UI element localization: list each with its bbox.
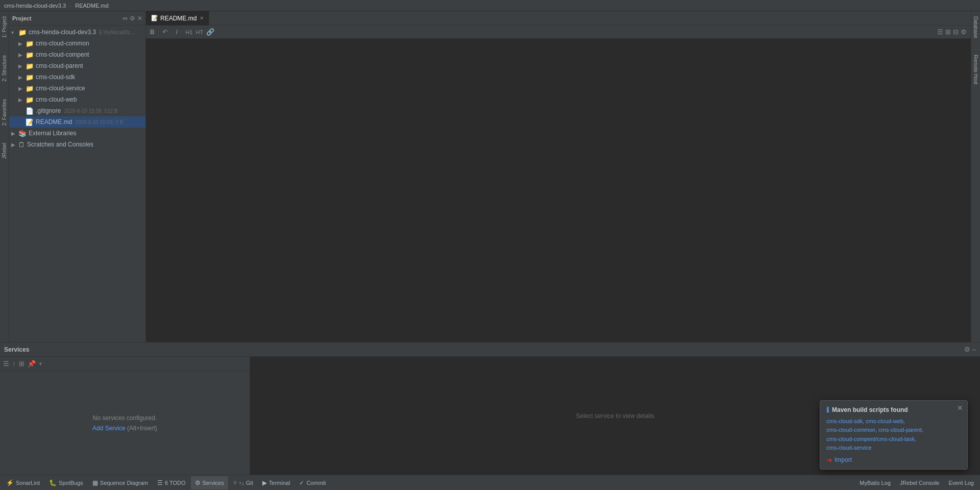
- status-git[interactable]: ⑂ ↑↓ Git: [229, 476, 257, 489]
- maven-link-sdk[interactable]: cms-cloud-sdk: [826, 418, 863, 424]
- maven-popup-close[interactable]: ✕: [957, 404, 963, 412]
- status-todo[interactable]: ☰ 6 TODO: [153, 476, 190, 489]
- maven-link-service[interactable]: cms-cloud-service: [826, 445, 872, 451]
- arrow-icon: ▶: [18, 41, 26, 46]
- right-strip: Database Remote Host: [971, 11, 980, 342]
- toolbar-arrow-icon[interactable]: ↶: [162, 28, 168, 36]
- tree-item-cms-cloud-web[interactable]: ▶ 📁 cms-cloud-web: [9, 94, 145, 105]
- root-path: E:\hyl\local2\c...: [99, 30, 135, 35]
- tree-item-cms-cloud-parent[interactable]: ▶ 📁 cms-cloud-parent: [9, 60, 145, 71]
- favorites-strip-tab[interactable]: 2: Favorites: [1, 96, 8, 129]
- status-sonarlint[interactable]: ⚡ SonarLint: [2, 476, 44, 489]
- services-title: Services: [4, 346, 964, 353]
- item-label: cms-cloud-web: [36, 96, 77, 103]
- tab-close-icon[interactable]: ✕: [200, 15, 204, 21]
- toolbar-bold-icon[interactable]: B: [150, 29, 155, 36]
- maven-popup-header: ℹ Maven build scripts found: [826, 406, 961, 414]
- spotbugs-icon: 🐛: [49, 479, 57, 486]
- tree-item-scratches[interactable]: ▶ 🗒 Scratches and Consoles: [9, 139, 145, 150]
- toolbar-ht-icon[interactable]: HT: [196, 29, 204, 35]
- services-bar-label: Services: [203, 480, 224, 486]
- root-arrow-icon: ▾: [11, 30, 18, 35]
- item-label: External Libraries: [29, 130, 76, 137]
- services-group-icon[interactable]: ⊞: [19, 360, 24, 368]
- view-list-icon[interactable]: ☰: [937, 28, 943, 36]
- status-mybatis[interactable]: MyBatis Log: [855, 476, 895, 489]
- maven-link-web[interactable]: cms-cloud-web: [866, 418, 903, 424]
- arrow-icon: ▶: [18, 97, 26, 103]
- maven-import-arrow-icon: ➜: [826, 456, 832, 464]
- add-service-link[interactable]: Add Service (Alt+Insert): [92, 425, 157, 432]
- status-terminal[interactable]: ▶ Terminal: [258, 476, 295, 489]
- services-settings-icon[interactable]: ⚙: [964, 346, 970, 353]
- arrow-icon: ▶: [18, 75, 26, 80]
- tree-item-cms-cloud-service[interactable]: ▶ 📁 cms-cloud-service: [9, 83, 145, 94]
- tree-item-external-libraries[interactable]: ▶ 📚 External Libraries: [9, 128, 145, 139]
- editor-content[interactable]: [146, 39, 971, 342]
- project-panel-header: Project ⇔ ⚙ ✕: [9, 11, 145, 26]
- item-label: cms-cloud-service: [36, 85, 85, 92]
- project-panel-close-icon[interactable]: ✕: [137, 15, 142, 22]
- tab-label: README.md: [160, 15, 197, 22]
- view-split-icon[interactable]: ⊟: [953, 28, 959, 36]
- services-add-icon[interactable]: +: [39, 360, 43, 368]
- jrebel-strip-tab[interactable]: JRebel: [1, 140, 8, 162]
- git-label: ↑↓ Git: [239, 480, 253, 486]
- tab-md-icon: 📝: [151, 15, 158, 21]
- status-services[interactable]: ⚙ Services: [191, 476, 228, 489]
- sonarlint-icon: ⚡: [6, 479, 14, 486]
- maven-popup-title: Maven build scripts found: [832, 406, 908, 413]
- sequence-diagram-icon: ▦: [92, 479, 98, 486]
- maven-popup-links: cms-cloud-sdk, cms-cloud-web, cms-cloud-…: [826, 417, 961, 453]
- maven-popup: ✕ ℹ Maven build scripts found cms-cloud-…: [820, 400, 968, 470]
- services-list-icon[interactable]: ☰: [3, 360, 9, 368]
- services-empty: No services configured. Add Service (Alt…: [0, 371, 250, 475]
- services-add-service[interactable]: Add Service (Alt+Insert): [92, 425, 157, 432]
- services-collapse-icon[interactable]: ↑: [12, 360, 16, 368]
- maven-link-parent[interactable]: cms-cloud-parent: [878, 427, 922, 433]
- toolbar-italic-icon[interactable]: I: [176, 28, 178, 36]
- item-label: README.md: [36, 118, 72, 126]
- item-label: cms-cloud-parent: [36, 62, 83, 69]
- folder-icon: 📁: [26, 62, 34, 70]
- services-left: ☰ ↑ ⊞ 📌 + No services configured. Add Se…: [0, 357, 250, 475]
- structure-strip-tab[interactable]: 2: Structure: [1, 52, 8, 85]
- remote-host-strip-tab[interactable]: Remote Host: [972, 52, 979, 87]
- services-empty-message: No services configured.: [93, 414, 157, 422]
- project-panel-collapse-icon[interactable]: ⇔: [122, 15, 128, 22]
- item-label: .gitignore: [36, 107, 61, 114]
- project-panel-settings-icon[interactable]: ⚙: [130, 15, 135, 22]
- maven-import-link[interactable]: Import: [835, 456, 852, 463]
- tree-root[interactable]: ▾ 📁 cms-henda-cloud-dev3.3 E:\hyl\local2…: [9, 27, 145, 38]
- left-strip: 1: Project 2: Structure 2: Favorites JRe…: [0, 11, 9, 342]
- status-commit[interactable]: ✓ Commit: [295, 476, 330, 489]
- status-event-log[interactable]: Event Log: [944, 476, 978, 489]
- status-sequence-diagram[interactable]: ▦ Sequence Diagram: [88, 476, 152, 489]
- tree-item-cms-cloud-common[interactable]: ▶ 📁 cms-cloud-common: [9, 38, 145, 49]
- database-strip-tab[interactable]: Database: [972, 13, 979, 41]
- arrow-icon: ▶: [18, 63, 26, 69]
- tree-item-gitignore[interactable]: ▶ 📄 .gitignore 2020-6-10 15:09, 512 B: [9, 105, 145, 116]
- root-name: cms-henda-cloud-dev3.3: [29, 29, 96, 36]
- maven-link-common[interactable]: cms-cloud-common: [826, 427, 875, 433]
- status-jrebel-console[interactable]: JRebel Console: [896, 476, 944, 489]
- view-grid-icon[interactable]: ⊞: [945, 28, 951, 36]
- git-file-icon: 📄: [26, 107, 34, 115]
- tree-item-cms-cloud-compent[interactable]: ▶ 📁 cms-cloud-compent: [9, 49, 145, 60]
- tree-item-readme[interactable]: ▶ 📝 README.md 2020-6-10 15:09, 0 B: [9, 116, 145, 128]
- editor-tab-readme[interactable]: 📝 README.md ✕: [146, 11, 209, 26]
- toolbar-h1-icon[interactable]: H1: [185, 29, 192, 35]
- status-spotbugs[interactable]: 🐛 SpotBugs: [45, 476, 87, 489]
- services-pin-icon[interactable]: 📌: [28, 360, 36, 368]
- view-settings-icon[interactable]: ⚙: [961, 28, 967, 36]
- tree-item-cms-cloud-sdk[interactable]: ▶ 📁 cms-cloud-sdk: [9, 71, 145, 83]
- services-minimize-icon[interactable]: –: [972, 346, 976, 353]
- maven-info-icon: ℹ: [826, 406, 829, 414]
- project-tree: ▾ 📁 cms-henda-cloud-dev3.3 E:\hyl\local2…: [9, 26, 145, 342]
- folder-icon: 📁: [26, 85, 34, 92]
- toolbar-link-icon[interactable]: 🔗: [206, 28, 214, 36]
- project-panel: Project ⇔ ⚙ ✕ ▾ 📁 cms-henda-cloud-dev3.3…: [9, 11, 146, 342]
- project-strip-tab[interactable]: 1: Project: [1, 13, 8, 41]
- maven-link-compent[interactable]: cms-cloud-compent/cms-cloud-task: [826, 436, 915, 442]
- scratch-icon: 🗒: [18, 141, 25, 149]
